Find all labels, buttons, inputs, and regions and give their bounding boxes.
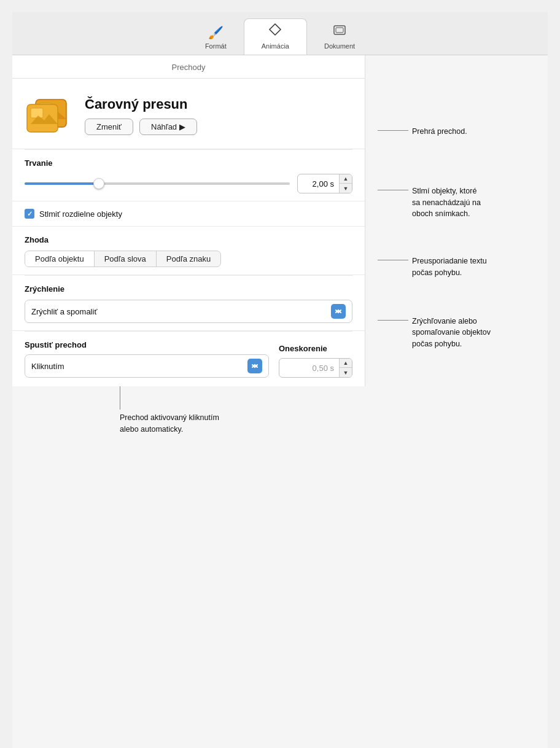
svg-marker-0 [270, 24, 281, 35]
change-button[interactable]: Zmeniť [85, 119, 133, 135]
callout-zhoda: Preusporiadanie textu počas pohybu. [378, 255, 548, 279]
spustit-section: Spustiť prechod Kliknutím [12, 332, 365, 386]
zrychlenie-dropdown[interactable]: Zrýchliť a spomaliť [25, 300, 352, 323]
slider-thumb[interactable] [93, 178, 104, 189]
zhoda-section: Zhoda Podľa objektu Podľa slova Podľa zn… [12, 227, 365, 275]
zhoda-podla-znaku[interactable]: Podľa znaku [157, 251, 220, 267]
section-header: Prechody [12, 55, 365, 79]
duration-value: 2,00 s [298, 177, 339, 191]
animation-icon [268, 23, 282, 40]
stepper-arrows: ▲ ▼ [339, 174, 352, 193]
oneskorenie-label: Oneskorenie [279, 344, 352, 353]
zrychlenie-value: Zrýchliť a spomaliť [31, 307, 331, 316]
duration-label: Trvanie [25, 158, 352, 168]
right-callouts: Prehrá prechod. Stlmí objekty, ktoré sa … [365, 55, 548, 386]
duration-slider[interactable] [25, 177, 290, 190]
tab-document[interactable]: Dokument [307, 20, 372, 55]
callout-preview-line [378, 130, 408, 131]
spustit-chevron[interactable] [247, 359, 262, 373]
callout-zrychlenie-line [378, 320, 408, 321]
callout-checkbox-line [378, 190, 408, 190]
duration-stepper[interactable]: 2,00 s ▲ ▼ [297, 174, 352, 193]
callout-checkbox-text: Stlmí objekty, ktoré sa nenachádzajú na … [412, 185, 481, 220]
slider-track [25, 182, 290, 185]
callout-preview-text: Prehrá prechod. [412, 126, 467, 138]
document-icon [333, 24, 346, 40]
zhoda-label: Zhoda [25, 235, 352, 244]
slider-fill [25, 182, 99, 185]
svg-rect-2 [336, 28, 343, 33]
zhoda-podla-slova[interactable]: Podľa slova [95, 251, 157, 267]
tab-animation-label: Animácia [262, 42, 289, 50]
animation-info: Čarovný presun Zmeniť Náhľad ▶ [85, 96, 197, 135]
stepper-down[interactable]: ▼ [340, 184, 352, 193]
zrychlenie-section: Zrýchlenie Zrýchliť a spomaliť [12, 276, 365, 331]
oneskorenie-up[interactable]: ▲ [340, 359, 352, 368]
dropdown-chevron[interactable] [331, 304, 346, 319]
duration-section: Trvanie 2,00 s ▲ ▼ [12, 150, 365, 201]
preview-button[interactable]: Náhľad ▶ [139, 119, 197, 135]
stepper-up[interactable]: ▲ [340, 174, 352, 184]
zhoda-segment: Podľa objektu Podľa slova Podľa znaku [25, 251, 221, 267]
spustit-dropdown[interactable]: Kliknutím [25, 354, 269, 378]
spustit-row: Spustiť prechod Kliknutím [25, 340, 352, 378]
animation-buttons: Zmeniť Náhľad ▶ [85, 119, 197, 135]
oneskorenie-stepper[interactable]: 0,50 s ▲ ▼ [279, 358, 352, 378]
duration-row: 2,00 s ▲ ▼ [25, 174, 352, 193]
zrychlenie-label: Zrýchlenie [25, 284, 352, 294]
check-mark: ✓ [27, 210, 33, 218]
bottom-callout-text: Prechod aktivovaný kliknutím alebo autom… [120, 412, 219, 435]
callout-checkbox: Stlmí objekty, ktoré sa nenachádzajú na … [378, 185, 548, 220]
callout-zrychlenie-text: Zrýchľovanie alebo spomaľovanie objektov… [412, 316, 491, 350]
animation-title: Čarovný presun [85, 96, 197, 112]
toolbar: 🖌️ Formát Animácia Dokument [12, 12, 548, 55]
oneskorenie-col: Oneskorenie 0,50 s ▲ ▼ [279, 344, 352, 378]
section-header-text: Prechody [172, 63, 206, 72]
animation-icon-display [25, 92, 74, 139]
spustit-label: Spustiť prechod [25, 340, 269, 349]
spustit-col: Spustiť prechod Kliknutím [25, 340, 269, 378]
tab-format[interactable]: 🖌️ Formát [188, 21, 244, 55]
oneskorenie-down[interactable]: ▼ [340, 368, 352, 377]
checkbox-label: Stlmiť rozdielne objekty [39, 209, 122, 219]
spustit-value: Kliknutím [31, 362, 247, 371]
left-panel: Prechody [12, 55, 365, 386]
callout-zrychlenie: Zrýchľovanie alebo spomaľovanie objektov… [378, 316, 548, 350]
tab-format-label: Formát [205, 42, 227, 50]
bottom-vert-line [120, 386, 120, 410]
format-icon: 🖌️ [208, 25, 224, 40]
callout-preview: Prehrá prechod. [378, 126, 548, 138]
svg-rect-6 [31, 108, 43, 118]
tab-animation[interactable]: Animácia [244, 18, 307, 55]
checkbox-row: ✓ Stlmiť rozdielne objekty [12, 201, 365, 227]
tab-document-label: Dokument [324, 42, 355, 50]
bottom-annotation: Prechod aktivovaný kliknutím alebo autom… [12, 386, 548, 435]
oneskorenie-arrows: ▲ ▼ [339, 359, 352, 377]
callout-zhoda-line [378, 260, 408, 260]
animation-block: Čarovný presun Zmeniť Náhľad ▶ [12, 79, 365, 149]
zhoda-podla-objektu[interactable]: Podľa objektu [25, 251, 95, 267]
main-container: 🖌️ Formát Animácia Dokument [12, 12, 548, 748]
callout-zhoda-text: Preusporiadanie textu počas pohybu. [412, 255, 487, 279]
content-section: Prechody [12, 55, 548, 386]
oneskorenie-value: 0,50 s [279, 361, 339, 375]
preview-button-label: Náhľad ▶ [151, 122, 185, 131]
stlmit-checkbox[interactable]: ✓ [25, 209, 34, 219]
